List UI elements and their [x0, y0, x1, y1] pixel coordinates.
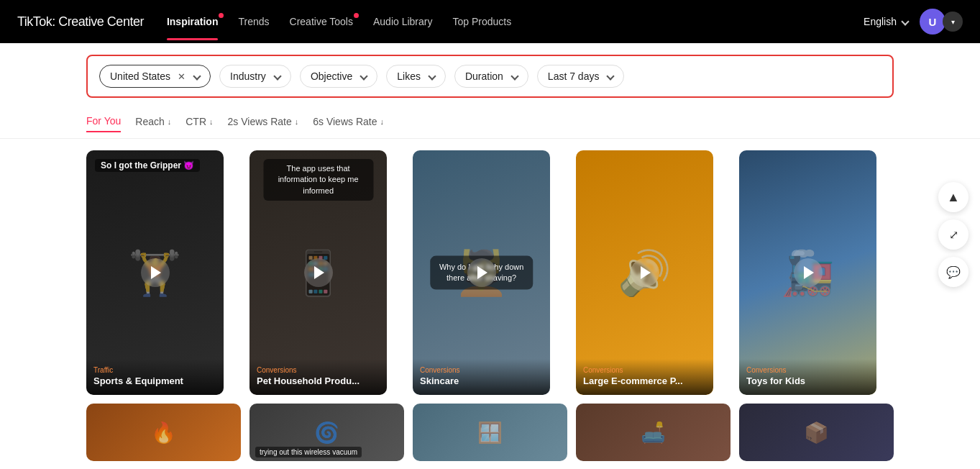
2s-arrow-icon: ↓ [295, 117, 299, 126]
video-grid: 🏋️ So I got the Gripper 😈 Traffic Sports… [0, 139, 980, 469]
navigation: TikTok: Creative Center Inspiration Tren… [0, 0, 980, 43]
play-button-3[interactable] [467, 258, 496, 287]
video-title-3: Skincare [420, 375, 543, 388]
objective-filter[interactable]: Objective [300, 65, 377, 88]
video-caption-top-2: The app uses that information to keep me… [263, 159, 373, 201]
filter-section: United States ✕ Industry Objective Likes… [0, 43, 980, 109]
sort-tab-ctr[interactable]: CTR ↓ [186, 116, 213, 132]
video-category-2: Conversions [257, 366, 380, 374]
share-icon: ⤢ [949, 228, 958, 242]
ctr-arrow-icon: ↓ [209, 117, 214, 126]
objective-chevron-icon [360, 72, 368, 80]
sort-tab-for-you[interactable]: For You [86, 115, 121, 132]
sort-tab-reach[interactable]: Reach ↓ [135, 116, 171, 132]
video-card-8[interactable]: 🪟 [413, 404, 567, 461]
industry-label: Industry [230, 70, 266, 82]
likes-label: Likes [397, 70, 421, 82]
video-card-5[interactable]: 🚂 Conversions Toys for Kids [739, 150, 876, 395]
avatar-menu-button[interactable]: ▾ [943, 12, 963, 32]
likes-chevron-icon [428, 72, 436, 80]
filter-bar: United States ✕ Industry Objective Likes… [86, 55, 894, 98]
duration-label: Duration [465, 70, 503, 82]
industry-filter[interactable]: Industry [219, 65, 291, 88]
nav-inspiration[interactable]: Inspiration [167, 16, 219, 27]
video-card-9[interactable]: 🛋️ [576, 404, 731, 461]
play-button-5[interactable] [794, 258, 823, 287]
share-button[interactable]: ⤢ [938, 219, 968, 250]
nav-trends[interactable]: Trends [238, 16, 269, 27]
sort-tabs: For You Reach ↓ CTR ↓ 2s Views Rate ↓ 6s… [0, 109, 980, 139]
video-card-10[interactable]: 📦 [739, 404, 894, 461]
date-range-label: Last 7 days [548, 70, 600, 82]
location-clear-button[interactable]: ✕ [178, 71, 186, 82]
video-overlay-3: Conversions Skincare [413, 359, 550, 395]
nav-links: Inspiration Trends Creative Tools Audio … [167, 16, 841, 27]
play-button-1[interactable] [141, 258, 170, 287]
likes-filter[interactable]: Likes [386, 65, 446, 88]
video-overlay-2: Conversions Pet Household Produ... [249, 359, 387, 395]
scroll-top-icon: ▲ [947, 190, 960, 205]
scroll-top-button[interactable]: ▲ [938, 182, 968, 212]
sort-tab-6s-views[interactable]: 6s Views Rate ↓ [313, 116, 384, 132]
creative-tools-dot [354, 13, 359, 18]
duration-chevron-icon [510, 72, 518, 80]
objective-label: Objective [311, 70, 352, 82]
video-thumb-1: 🏋️ So I got the Gripper 😈 Traffic Sports… [86, 150, 224, 395]
video-placeholder-6: 🔥 [86, 404, 241, 461]
video-placeholder-8: 🪟 [413, 404, 567, 461]
lang-arrow-icon [901, 17, 909, 25]
video-thumb-4: 🔊 Conversions Large E-commerce P... [576, 150, 713, 395]
video-placeholder-9: 🛋️ [576, 404, 731, 461]
video-thumb-2: 📱 The app uses that information to keep … [249, 150, 387, 395]
video-card-2[interactable]: 📱 The app uses that information to keep … [249, 150, 387, 395]
reach-arrow-icon: ↓ [168, 117, 172, 126]
video-title-4: Large E-commerce P... [583, 375, 706, 388]
video-card-3[interactable]: 💆 Why do I get Itchy down there after sh… [413, 150, 550, 395]
play-button-2[interactable] [304, 258, 333, 287]
video-category-1: Traffic [93, 366, 216, 374]
video-title-5: Toys for Kids [746, 375, 869, 388]
date-range-chevron-icon [607, 72, 615, 80]
date-range-filter[interactable]: Last 7 days [537, 65, 625, 88]
industry-chevron-icon [273, 72, 281, 80]
location-chevron-icon [193, 72, 201, 80]
video-grid-row1: 🏋️ So I got the Gripper 😈 Traffic Sports… [86, 150, 894, 395]
location-label: United States [110, 70, 170, 82]
video-card-6[interactable]: 🔥 [86, 404, 241, 461]
video-card-1[interactable]: 🏋️ So I got the Gripper 😈 Traffic Sports… [86, 150, 224, 395]
video-category-3: Conversions [420, 366, 543, 374]
location-filter[interactable]: United States ✕ [99, 65, 211, 88]
nav-right: English U ▾ [864, 9, 963, 35]
video-overlay-1: Traffic Sports & Equipment [86, 359, 224, 395]
video-overlay-5: Conversions Toys for Kids [739, 359, 876, 395]
video-grid-row2: 🔥 🌀 trying out this wireless vacuum 🪟 🛋️… [86, 404, 894, 461]
duration-filter[interactable]: Duration [454, 65, 528, 88]
video-category-5: Conversions [746, 366, 869, 374]
nav-top-products[interactable]: Top Products [452, 16, 511, 27]
video-card-4[interactable]: 🔊 Conversions Large E-commerce P... [576, 150, 713, 395]
video-overlay-4: Conversions Large E-commerce P... [576, 359, 713, 395]
video-caption-top-1: So I got the Gripper 😈 [95, 159, 200, 172]
avatar-chevron-icon: ▾ [951, 18, 955, 26]
6s-arrow-icon: ↓ [380, 117, 384, 126]
video-thumb-5: 🚂 Conversions Toys for Kids [739, 150, 876, 395]
sort-tab-2s-views[interactable]: 2s Views Rate ↓ [228, 116, 299, 132]
play-button-4[interactable] [631, 258, 659, 287]
nav-audio-library[interactable]: Audio Library [373, 16, 433, 27]
video-title-2: Pet Household Produ... [257, 375, 380, 388]
chat-button[interactable]: 💬 [938, 257, 968, 287]
logo-tiktok: TikTok [17, 14, 52, 29]
video-placeholder-10: 📦 [739, 404, 894, 461]
logo[interactable]: TikTok: Creative Center [17, 14, 144, 29]
video-thumb-3: 💆 Why do I get Itchy down there after sh… [413, 150, 550, 395]
nav-creative-tools[interactable]: Creative Tools [290, 16, 353, 27]
inspiration-dot [219, 13, 224, 18]
chat-icon: 💬 [946, 265, 961, 279]
video-caption-7: trying out this wireless vacuum [255, 447, 362, 457]
float-buttons: ▲ ⤢ 💬 [938, 182, 968, 287]
language-selector[interactable]: English [864, 16, 908, 27]
logo-sub: : Creative Center [52, 14, 144, 29]
active-underline [167, 38, 219, 40]
avatar[interactable]: U [920, 9, 945, 35]
video-card-7[interactable]: 🌀 trying out this wireless vacuum [249, 404, 404, 461]
